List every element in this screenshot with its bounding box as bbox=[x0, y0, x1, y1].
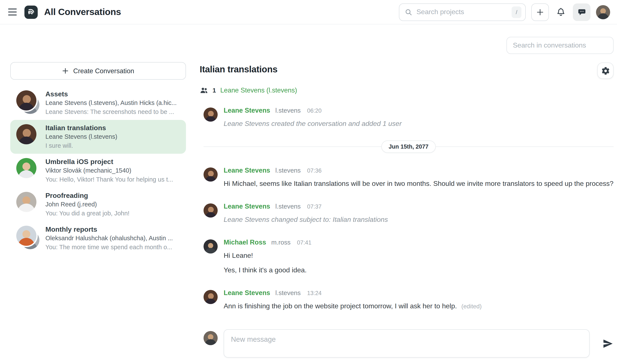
conversation-participants: Oleksandr Halushchak (ohalushcha), Austi… bbox=[45, 234, 180, 243]
members-count: 1 bbox=[213, 87, 216, 94]
avatar bbox=[203, 203, 218, 218]
conversations-sidebar: Create Conversation Assets Leane Stevens… bbox=[10, 62, 186, 255]
new-message-input[interactable] bbox=[224, 329, 590, 358]
avatar bbox=[16, 192, 36, 212]
message-text: Hi Leane! bbox=[224, 250, 311, 261]
conversation-item-monthly-reports[interactable]: Monthly reports Oleksandr Halushchak (oh… bbox=[10, 221, 186, 255]
send-icon bbox=[602, 338, 614, 349]
avatar-group bbox=[16, 124, 39, 148]
message: Michael Ross m.ross 07:41 Hi Leane! Yes,… bbox=[203, 238, 614, 275]
avatar bbox=[203, 239, 218, 254]
avatar bbox=[16, 226, 36, 246]
conversation-preview: I sure will. bbox=[45, 141, 180, 150]
edited-label: (edited) bbox=[461, 303, 482, 310]
message-list: Leane Stevens l.stevens 06:20 Leane Stev… bbox=[200, 107, 614, 311]
conversation-settings-button[interactable] bbox=[597, 63, 614, 79]
message-author[interactable]: Leane Stevens bbox=[224, 289, 270, 297]
conversations-app: All Conversations / bbox=[0, 0, 617, 364]
message-time: 07:41 bbox=[297, 239, 311, 246]
message-author[interactable]: Leane Stevens bbox=[224, 167, 270, 174]
conversation-title: Umbrella iOS project bbox=[45, 157, 180, 166]
conversation-participants: Leane Stevens (l.stevens) bbox=[45, 132, 180, 141]
conversation-preview: Leane Stevens: The screenshots need to b… bbox=[45, 107, 180, 117]
message-time: 06:20 bbox=[307, 107, 322, 114]
avatar bbox=[203, 107, 218, 122]
message: Leane Stevens l.stevens 07:37 Leane Stev… bbox=[203, 203, 614, 225]
conversation-item-assets[interactable]: Assets Leane Stevens (l.stevens), Austin… bbox=[10, 86, 186, 120]
conversations-search-input[interactable] bbox=[507, 37, 614, 54]
user-avatar bbox=[203, 331, 218, 345]
add-button[interactable] bbox=[531, 3, 549, 21]
conversation-participants: Viktor Slovák (mechanic_1540) bbox=[45, 166, 180, 175]
people-icon bbox=[200, 86, 208, 95]
system-message-text: Leane Stevens changed subject to: Italia… bbox=[224, 215, 388, 225]
conversation-title: Proofreading bbox=[45, 191, 180, 200]
chat-panel: Italian translations 1 Leane Stevens (l.… bbox=[200, 64, 614, 358]
send-button[interactable] bbox=[602, 338, 614, 349]
avatar-group bbox=[16, 90, 39, 114]
message: Leane Stevens l.stevens 06:20 Leane Stev… bbox=[203, 107, 614, 129]
date-divider: Jun 15th, 2077 bbox=[203, 141, 614, 153]
conversation-preview: You: The more time we spend each month o… bbox=[45, 243, 180, 252]
avatar-group bbox=[16, 226, 39, 250]
message-time: 13:24 bbox=[307, 290, 322, 296]
plus-icon bbox=[536, 8, 544, 16]
conversation-title: Assets bbox=[45, 90, 180, 99]
chat-bubble-icon bbox=[577, 7, 586, 17]
message-username: l.stevens bbox=[275, 289, 301, 296]
conversation-item-proofreading[interactable]: Proofreading John Reed (j.reed) You: You… bbox=[10, 188, 186, 221]
message-author[interactable]: Leane Stevens bbox=[224, 203, 270, 210]
conversation-participants: Leane Stevens (l.stevens), Austin Hicks … bbox=[45, 99, 180, 107]
projects-search-input[interactable] bbox=[416, 8, 512, 16]
projects-search: / bbox=[399, 3, 526, 21]
avatar bbox=[16, 90, 36, 110]
message-author[interactable]: Leane Stevens bbox=[224, 107, 270, 114]
member-link[interactable]: Leane Stevens (l.stevens) bbox=[220, 87, 297, 94]
date-pill: Jun 15th, 2077 bbox=[381, 141, 436, 153]
avatar-group bbox=[16, 192, 39, 216]
avatar bbox=[203, 290, 218, 304]
message-username: m.ross bbox=[271, 238, 291, 246]
message-username: l.stevens bbox=[275, 107, 301, 114]
conversation-preview: You: You did a great job, John! bbox=[45, 209, 180, 218]
conversation-title: Italian translations bbox=[45, 123, 180, 132]
avatar-group bbox=[16, 158, 39, 182]
create-conversation-button[interactable]: Create Conversation bbox=[10, 62, 186, 80]
gear-icon bbox=[601, 66, 610, 75]
plus-icon bbox=[62, 68, 68, 74]
message: Leane Stevens l.stevens 13:24 Ann is fin… bbox=[203, 289, 614, 311]
message-text: Ann is finishing the job on the website … bbox=[224, 302, 457, 310]
message-time: 07:37 bbox=[307, 203, 322, 210]
message-text: Yes, I think it's a good idea. bbox=[224, 265, 311, 275]
message-username: l.stevens bbox=[275, 167, 301, 174]
top-header: All Conversations / bbox=[0, 0, 617, 25]
hamburger-menu-icon[interactable] bbox=[8, 9, 17, 15]
conversation-item-italian-translations[interactable]: Italian translations Leane Stevens (l.st… bbox=[10, 120, 186, 154]
system-message-text: Leane Stevens created the conversation a… bbox=[224, 119, 402, 129]
message-time: 07:36 bbox=[307, 168, 322, 174]
conversations-button-active[interactable] bbox=[573, 3, 590, 21]
keyboard-shortcut-badge: / bbox=[512, 6, 522, 18]
conversation-list: Assets Leane Stevens (l.stevens), Austin… bbox=[10, 86, 186, 255]
conversation-participants: John Reed (j.reed) bbox=[45, 200, 180, 209]
user-avatar[interactable] bbox=[596, 5, 610, 19]
members-row: 1 Leane Stevens (l.stevens) bbox=[200, 86, 614, 95]
header-actions: / bbox=[399, 3, 610, 21]
bell-icon bbox=[556, 7, 566, 17]
message: Leane Stevens l.stevens 07:36 Hi Michael… bbox=[203, 167, 614, 189]
conversation-title: Monthly reports bbox=[45, 225, 180, 234]
chat-title: Italian translations bbox=[200, 64, 277, 75]
message-author[interactable]: Michael Ross bbox=[224, 238, 266, 246]
notifications-button[interactable] bbox=[554, 3, 567, 21]
chat-header: Italian translations bbox=[200, 64, 614, 79]
message-username: l.stevens bbox=[275, 203, 301, 210]
message-composer bbox=[200, 329, 614, 358]
create-conversation-label: Create Conversation bbox=[73, 67, 134, 75]
app-logo bbox=[25, 5, 38, 19]
page-title: All Conversations bbox=[44, 7, 121, 17]
message-text: Hi Michael, seems like Italian translati… bbox=[224, 179, 614, 189]
conversation-preview: You: Hello, Viktor! Thank You for helpin… bbox=[45, 175, 180, 184]
avatar bbox=[16, 158, 36, 178]
avatar bbox=[203, 168, 218, 182]
conversation-item-umbrella-ios-project[interactable]: Umbrella iOS project Viktor Slovák (mech… bbox=[10, 154, 186, 188]
